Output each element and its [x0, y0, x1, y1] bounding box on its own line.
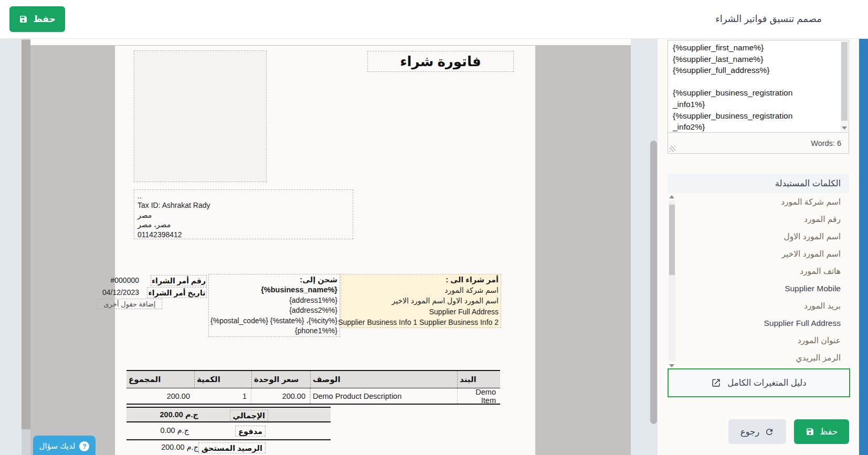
word-item-supplier-mobile[interactable]: Supplier Mobile — [668, 280, 849, 297]
back-button-label: رجوع — [740, 427, 760, 437]
cell-description: Demo Product Description — [310, 388, 457, 404]
list-scrollbar-thumb[interactable] — [669, 205, 675, 275]
ship-to-heading: شحن إلى: — [300, 276, 337, 284]
ship-to-city-line: {%postal_code%} {%state%} ،{%city%} — [210, 316, 337, 325]
panel-scrollbar-thumb[interactable] — [650, 141, 657, 424]
items-table[interactable]: البند الوصف سعر الوحدة الكمية المجموع De… — [126, 370, 500, 405]
header-description: الوصف — [310, 371, 457, 388]
supplier-block[interactable]: أمر شراء الى : اسم شركة المورد اسم المور… — [341, 274, 501, 328]
cell-item: Demo Item — [457, 388, 500, 404]
resize-grip-icon[interactable] — [670, 146, 675, 152]
word-item-supplier-last-name[interactable]: اسم المورد الاخير — [668, 245, 849, 262]
cell-quantity: 1 — [194, 388, 251, 404]
company-info-line: 01142398412 — [137, 230, 350, 239]
back-button[interactable]: رجوع — [728, 419, 786, 444]
help-button[interactable]: ? لديك سؤال — [33, 436, 96, 455]
app-root: مصمم تنسيق فواتير الشراء حفظ فاتورة شراء… — [0, 0, 868, 455]
word-item-supplier-first-name[interactable]: اسم المورد الاول — [668, 228, 849, 245]
word-item-supplier-email[interactable]: بريد المورد — [668, 297, 849, 314]
order-date-value: 04/12/2023 — [102, 288, 139, 297]
variables-guide-button[interactable]: دليل المتغيرات الكامل — [668, 368, 850, 397]
total-label[interactable]: الإجمالي — [230, 410, 269, 421]
invoice-page[interactable]: فاتورة شراء .. Tax ID: Ashrakat Rady مصر… — [115, 46, 535, 455]
order-date-label[interactable]: تاريخ أمر الشراء — [147, 287, 207, 298]
company-info-field[interactable]: .. Tax ID: Ashrakat Rady مصر مصر، مصر 01… — [134, 189, 353, 239]
ship-to-block[interactable]: شحن إلى: {%business_name%} {address1%%} … — [208, 274, 340, 337]
help-button-label: لديك سؤال — [39, 441, 76, 451]
scroll-down-icon[interactable] — [669, 364, 674, 367]
variable-line: {%supplier_first_name%} — [673, 42, 838, 54]
invoice-title-field[interactable]: فاتورة شراء — [367, 51, 514, 72]
paid-row: مدفوع 0.00 ج.م — [126, 422, 331, 440]
variable-line — [673, 76, 838, 88]
header-item: البند — [457, 371, 500, 388]
side-accent-strip — [859, 39, 868, 455]
balance-due-value: 200.00 ج.م — [161, 443, 198, 451]
editor-status-bar: Words: 6 — [668, 133, 849, 154]
word-count: Words: 6 — [811, 139, 841, 147]
header-quantity: الكمية — [194, 371, 251, 388]
order-number-value: #000000 — [110, 276, 139, 284]
company-info-line: مصر — [137, 210, 350, 220]
page-title: مصمم تنسيق فواتير الشراء — [715, 13, 822, 25]
ship-to-address2: {address2%%} — [289, 306, 337, 314]
replaced-words-header: الكلمات المستبدلة — [668, 173, 849, 193]
total-row: الإجمالي 200.00 ج.م — [126, 407, 331, 422]
paid-value: 0.00 ج.م — [160, 426, 189, 435]
word-item-supplier-address[interactable]: عنوان المورد — [668, 332, 849, 349]
ship-to-phone: {phone1%%} — [295, 326, 337, 335]
variable-line: {%supplier_business_registration — [673, 110, 838, 122]
ship-to-business: {%business_name%} — [261, 285, 337, 294]
scroll-up-icon[interactable] — [669, 195, 674, 198]
replaced-words-list: اسم شركة المورد رقم المورد اسم المورد ال… — [668, 193, 849, 368]
word-item-supplier-full-address[interactable]: Supplier Full Address — [668, 314, 849, 332]
save-button-bottom[interactable]: حفظ — [794, 419, 849, 444]
company-info-line: .. — [137, 191, 350, 200]
window-scrollbar-thumb[interactable] — [22, 40, 30, 429]
variable-line: _info2%} — [673, 121, 838, 133]
refresh-icon — [765, 427, 774, 437]
variable-line: _info1%} — [673, 99, 838, 110]
items-table-row: Demo Item Demo Product Description 200.0… — [126, 388, 500, 405]
floppy-icon — [19, 15, 28, 24]
external-link-icon — [711, 378, 721, 388]
question-icon: ? — [79, 441, 89, 451]
supplier-company: اسم شركة المورد — [444, 286, 499, 294]
textarea-scrollbar-thumb[interactable] — [841, 42, 848, 121]
word-item-supplier-company[interactable]: اسم شركة المورد — [668, 193, 849, 210]
floppy-icon — [806, 427, 814, 436]
variable-line: {%supplier_last_name%} — [673, 54, 838, 65]
logo-placeholder[interactable] — [134, 50, 267, 182]
variables-guide-label: دليل المتغيرات الكامل — [727, 378, 806, 388]
company-info-line: مصر، مصر — [137, 220, 350, 229]
variable-line: {%supplier_business_registration — [673, 87, 838, 99]
invoice-editor-canvas: فاتورة شراء .. Tax ID: Ashrakat Rady مصر… — [30, 39, 631, 455]
save-button-top[interactable]: حفظ — [9, 6, 65, 32]
add-fields-link[interactable]: إضافة حقول أخرى — [97, 299, 162, 309]
paid-label[interactable]: مدفوع — [235, 426, 266, 437]
textarea-scrollbar[interactable] — [841, 41, 848, 132]
save-button-label: حفظ — [33, 14, 56, 25]
header-unit-price: سعر الوحدة — [251, 371, 310, 388]
supplier-address: Supplier Full Address — [429, 308, 499, 316]
word-item-postal-code[interactable]: الرمز البريدي — [668, 349, 849, 366]
word-item-supplier-phone[interactable]: هاتف المورد — [668, 262, 849, 280]
list-scrollbar[interactable] — [669, 194, 675, 367]
ship-to-address1: {address1%%} — [289, 296, 337, 304]
items-table-header: البند الوصف سعر الوحدة الكمية المجموع — [126, 370, 500, 388]
scroll-down-icon[interactable] — [842, 126, 847, 130]
supplier-name: اسم المورد الاول اسم المورد الاخير — [391, 297, 499, 305]
variable-line: {%supplier_full_address%} — [673, 65, 838, 76]
balance-due-row: الرصيد المستحق 200.00 ج.م — [126, 441, 331, 455]
variables-textarea[interactable]: {%supplier_first_name%} {%supplier_last_… — [668, 40, 849, 133]
balance-due-label[interactable]: الرصيد المستحق — [198, 442, 266, 453]
cell-total: 200.00 — [126, 388, 194, 404]
supplier-business-info: Supplier Business Info 1 Supplier Busine… — [338, 318, 499, 326]
word-item-supplier-number[interactable]: رقم المورد — [668, 210, 849, 228]
order-number-label[interactable]: رقم أمر الشراء — [151, 275, 207, 286]
company-info-line: Tax ID: Ashrakat Rady — [137, 200, 350, 210]
total-value: 200.00 ج.م — [160, 410, 199, 419]
header-total: المجموع — [126, 371, 194, 388]
cell-unit-price: 200.00 — [251, 388, 310, 404]
top-bar: مصمم تنسيق فواتير الشراء حفظ — [0, 0, 868, 39]
